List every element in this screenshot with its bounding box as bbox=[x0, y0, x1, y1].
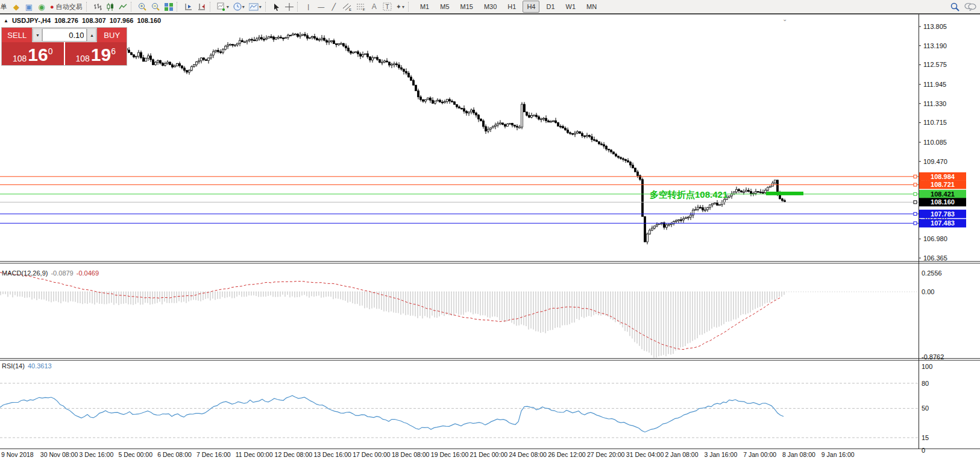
shapes-icon: ✦ bbox=[396, 3, 401, 11]
timeframe-mn[interactable]: MN bbox=[582, 1, 601, 13]
svg-text:19 Dec 16:00: 19 Dec 16:00 bbox=[431, 451, 469, 458]
autoscroll-icon bbox=[184, 3, 193, 11]
timeframe-h1[interactable]: H1 bbox=[503, 1, 520, 13]
channel-button[interactable]: E bbox=[341, 1, 354, 12]
timeframe-m30[interactable]: M30 bbox=[480, 1, 501, 13]
svg-text:3 Dec 16:00: 3 Dec 16:00 bbox=[80, 451, 114, 458]
candlestick-chart-button[interactable] bbox=[104, 1, 116, 12]
svg-text:24 Dec 08:00: 24 Dec 08:00 bbox=[509, 451, 547, 458]
svg-text:111.330: 111.330 bbox=[923, 100, 946, 107]
zoom-out-button[interactable] bbox=[149, 1, 162, 12]
timeframe-h4[interactable]: H4 bbox=[523, 1, 539, 13]
trendline-button[interactable]: ╱ bbox=[328, 1, 340, 12]
volume-decrease-button[interactable]: ▼ bbox=[33, 28, 42, 42]
chat-icon[interactable] bbox=[964, 2, 976, 11]
timeframe-m15[interactable]: M15 bbox=[456, 1, 477, 13]
candlestick-icon bbox=[106, 3, 115, 11]
chevron-down-icon: ▾ bbox=[242, 4, 245, 10]
collapse-triangle-icon[interactable]: ▲ bbox=[4, 18, 8, 24]
toolbar-separator bbox=[131, 2, 134, 11]
autotrade-icon: ● bbox=[50, 3, 54, 10]
autoscroll-button[interactable] bbox=[182, 1, 195, 12]
chart-shift-button[interactable] bbox=[195, 1, 208, 12]
svg-text:50: 50 bbox=[922, 405, 929, 412]
svg-text:106.980: 106.980 bbox=[923, 235, 947, 242]
svg-text:26 Dec 12:00: 26 Dec 12:00 bbox=[548, 451, 586, 458]
svg-text:107.783: 107.783 bbox=[931, 210, 955, 218]
sell-price-base: 108 bbox=[13, 54, 27, 63]
line-chart-button[interactable] bbox=[117, 1, 129, 12]
buy-price-display[interactable]: 108196 bbox=[65, 42, 127, 65]
chart-title: ▲ USDJPY-,H4 108.276 108.307 107.966 108… bbox=[4, 17, 161, 24]
sell-button[interactable]: SELL bbox=[2, 28, 33, 42]
periods-dropdown[interactable]: ▾ bbox=[231, 1, 247, 12]
autotrade-button[interactable]: ● 自动交易 bbox=[48, 1, 84, 12]
vertical-line-button[interactable]: | bbox=[303, 1, 315, 12]
svg-text:3 Jan 16:00: 3 Jan 16:00 bbox=[704, 451, 737, 458]
indicators-dropdown[interactable]: ▾ bbox=[247, 1, 263, 12]
timeframe-d1[interactable]: D1 bbox=[542, 1, 559, 13]
tile-windows-button[interactable] bbox=[163, 1, 175, 12]
horizontal-line-button[interactable]: — bbox=[315, 1, 327, 12]
svg-text:110.085: 110.085 bbox=[923, 139, 947, 146]
tile-windows-icon bbox=[165, 3, 173, 11]
macd-label: MACD(12,26,9)-0.0879-0.0469 bbox=[2, 269, 99, 277]
volume-input[interactable] bbox=[42, 28, 87, 42]
toolbar-separator bbox=[408, 2, 412, 11]
chart-area[interactable]: 113.805113.190112.575111.945111.330110.7… bbox=[0, 14, 980, 466]
timeframe-m1[interactable]: M1 bbox=[416, 1, 433, 13]
new-order-icon: 单 bbox=[1, 2, 7, 11]
sell-price-display[interactable]: 108160 bbox=[2, 42, 64, 65]
arrows-dropdown[interactable]: ✦ ▾ bbox=[394, 1, 406, 12]
zoom-out-icon bbox=[151, 2, 160, 11]
buy-button[interactable]: BUY bbox=[96, 28, 127, 42]
chevron-down-icon[interactable]: ⌄ bbox=[782, 16, 787, 22]
svg-text:0: 0 bbox=[922, 447, 925, 454]
toolbar-separator bbox=[177, 2, 180, 11]
signal-button[interactable]: ◉ bbox=[36, 1, 48, 12]
ohlc-low: 107.966 bbox=[110, 17, 134, 24]
buy-price-base: 108 bbox=[75, 54, 89, 63]
text-label-icon: T bbox=[383, 2, 392, 11]
toolbar-separator bbox=[297, 2, 301, 11]
trendline-icon: ╱ bbox=[331, 3, 336, 11]
sell-price-pips: 16 bbox=[28, 46, 48, 64]
mobile-trading-button[interactable]: ▣ bbox=[23, 1, 35, 12]
svg-text:0.00: 0.00 bbox=[922, 288, 934, 295]
ohlc-close: 108.160 bbox=[137, 17, 161, 24]
fibonacci-button[interactable]: F bbox=[354, 1, 368, 12]
crosshair-button[interactable] bbox=[283, 1, 295, 12]
sell-price-point: 0 bbox=[48, 47, 53, 55]
channel-icon: E bbox=[342, 3, 352, 11]
svg-text:31 Dec 04:00: 31 Dec 04:00 bbox=[626, 451, 664, 458]
search-icon[interactable] bbox=[950, 2, 960, 11]
svg-text:106.365: 106.365 bbox=[923, 254, 947, 262]
zoom-in-button[interactable] bbox=[136, 1, 149, 12]
timeframe-m5[interactable]: M5 bbox=[436, 1, 453, 13]
timeframe-w1[interactable]: W1 bbox=[562, 1, 580, 13]
svg-text:9 Jan 16:00: 9 Jan 16:00 bbox=[821, 451, 855, 458]
gold-diamond-icon: ◆ bbox=[13, 2, 19, 11]
svg-text:108.160: 108.160 bbox=[931, 198, 955, 206]
volume-increase-button[interactable]: ▲ bbox=[87, 28, 96, 42]
chevron-down-icon: ▾ bbox=[402, 4, 404, 10]
zoom-in-icon bbox=[138, 2, 147, 11]
svg-text:100: 100 bbox=[922, 363, 932, 370]
bar-chart-button[interactable] bbox=[92, 1, 104, 12]
svg-text:6 Dec 08:00: 6 Dec 08:00 bbox=[157, 451, 192, 458]
text-label-button[interactable]: T bbox=[381, 1, 394, 12]
cursor-button[interactable] bbox=[271, 1, 283, 12]
cursor-icon bbox=[273, 3, 280, 11]
new-order-button[interactable]: 单 bbox=[0, 1, 10, 12]
svg-text:0.2556: 0.2556 bbox=[922, 269, 942, 277]
mt4-window: 单 ◆ ▣ ◉ ● 自动交易 bbox=[0, 0, 980, 466]
text-button[interactable]: A bbox=[368, 1, 380, 12]
new-chart-dropdown[interactable]: ▾ bbox=[215, 1, 231, 12]
line-chart-icon bbox=[119, 3, 127, 11]
chevron-down-icon: ▾ bbox=[227, 4, 229, 10]
svg-text:111.945: 111.945 bbox=[923, 81, 946, 88]
svg-text:2 Jan 08:00: 2 Jan 08:00 bbox=[665, 451, 699, 458]
chart-profile-button[interactable]: ◆ bbox=[10, 1, 22, 12]
text-icon: A bbox=[372, 2, 377, 11]
svg-text:27 Dec 20:00: 27 Dec 20:00 bbox=[587, 451, 625, 458]
